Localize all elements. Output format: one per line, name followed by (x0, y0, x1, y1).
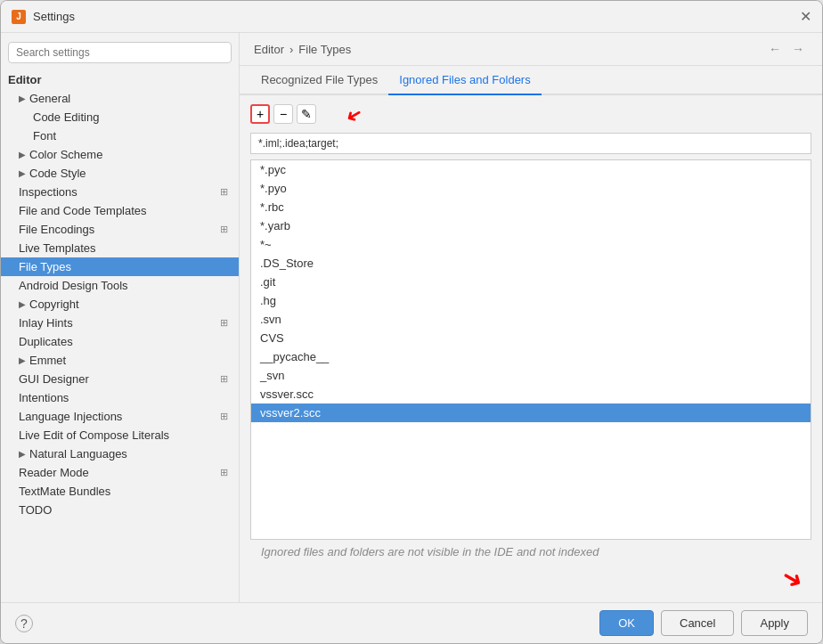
sidebar-item-language-injections[interactable]: Language Injections ⊞ (1, 407, 239, 426)
sidebar-item-inspections[interactable]: Inspections ⊞ (1, 183, 239, 201)
sidebar-item-file-types[interactable]: File Types (1, 257, 239, 276)
sidebar-item-code-style[interactable]: ▶ Code Style (1, 164, 239, 183)
file-item[interactable]: __pycache__ (251, 347, 811, 366)
search-box (8, 42, 232, 63)
remove-button[interactable]: − (273, 104, 293, 124)
sidebar-item-inlay-hints[interactable]: Inlay Hints ⊞ (1, 314, 239, 332)
close-button[interactable]: ✕ (800, 8, 811, 25)
sidebar-section-editor: Editor ▶ General Code Editing Font ▶ (1, 69, 239, 521)
lang-inject-indicator: ⊞ (220, 411, 228, 422)
inspections-label: Inspections (19, 185, 77, 199)
sidebar-item-general[interactable]: ▶ General (1, 89, 239, 108)
sidebar-item-todo[interactable]: TODO (1, 501, 239, 519)
title-bar: J Settings ✕ (1, 1, 822, 33)
ignored-pattern-input[interactable] (250, 133, 811, 154)
file-item[interactable]: .DS_Store (251, 254, 811, 273)
general-label: General (29, 92, 70, 105)
toolbar: + − ✎ ➜ (250, 104, 811, 127)
app-icon: J (12, 10, 26, 24)
file-encodings-label: File Encodings (19, 223, 94, 236)
sidebar: Editor ▶ General Code Editing Font ▶ (1, 33, 240, 602)
annotation-arrow-2: ➜ (776, 560, 808, 596)
nav-forward-button[interactable]: → (788, 40, 808, 58)
sidebar-item-color-scheme[interactable]: ▶ Color Scheme (1, 145, 239, 164)
sidebar-item-textmate[interactable]: TextMate Bundles (1, 482, 239, 501)
file-code-templates-label: File and Code Templates (19, 204, 147, 217)
tab-recognized-file-types[interactable]: Recognized File Types (250, 66, 388, 95)
sidebar-item-code-editing[interactable]: Code Editing (1, 108, 239, 126)
settings-dialog: J Settings ✕ Editor ▶ General (0, 0, 823, 644)
tab-recognized-label: Recognized File Types (261, 73, 378, 86)
sidebar-item-copyright[interactable]: ▶ Copyright (1, 295, 239, 314)
inlay-indicator: ⊞ (220, 317, 228, 329)
gui-indicator: ⊞ (220, 373, 228, 385)
breadcrumb-separator: › (289, 43, 293, 56)
sidebar-item-intentions[interactable]: Intentions (1, 388, 239, 407)
todo-label: TODO (19, 503, 52, 517)
sidebar-item-gui-designer[interactable]: GUI Designer ⊞ (1, 370, 239, 388)
tabs-bar: Recognized File Types Ignored Files and … (240, 66, 822, 95)
apply-button[interactable]: Apply (741, 610, 808, 636)
dialog-footer: ? OK Cancel Apply (1, 602, 822, 643)
file-item[interactable]: .git (251, 273, 811, 291)
file-item[interactable]: *.pyo (251, 179, 811, 198)
help-button[interactable]: ? (15, 615, 33, 632)
code-editing-label: Code Editing (33, 110, 99, 124)
tab-ignored-label: Ignored Files and Folders (399, 73, 530, 86)
file-item[interactable]: vssver.scc (251, 385, 811, 404)
file-item[interactable]: *.pyc (251, 160, 811, 179)
encodings-indicator: ⊞ (220, 224, 228, 235)
copyright-label: Copyright (29, 298, 79, 311)
main-content: Editor › File Types ← → Recognized File … (240, 33, 822, 602)
sidebar-item-live-edit[interactable]: Live Edit of Compose Literals (1, 426, 239, 444)
breadcrumb-current: File Types (298, 43, 351, 56)
ok-button[interactable]: OK (599, 610, 654, 636)
file-item[interactable]: .svn (251, 310, 811, 329)
textmate-label: TextMate Bundles (19, 485, 110, 498)
breadcrumb-nav: ← → (765, 40, 808, 58)
font-label: Font (33, 129, 56, 143)
sidebar-item-duplicates[interactable]: Duplicates (1, 332, 239, 351)
file-item[interactable]: *.yarb (251, 216, 811, 235)
language-injections-label: Language Injections (19, 410, 122, 423)
panel-ignored: + − ✎ ➜ *.pyc*.pyo*.rbc*.yarb*~.DS_Store… (240, 95, 822, 602)
expand-arrow-emmet: ▶ (19, 355, 26, 365)
file-item[interactable]: *.rbc (251, 198, 811, 216)
annotation-area: ➜ (250, 564, 811, 593)
gui-designer-label: GUI Designer (19, 372, 89, 386)
sidebar-item-reader-mode[interactable]: Reader Mode ⊞ (1, 463, 239, 482)
file-item[interactable]: CVS (251, 329, 811, 347)
sidebar-item-natural-languages[interactable]: ▶ Natural Languages (1, 444, 239, 463)
sidebar-item-editor[interactable]: Editor (1, 70, 239, 89)
status-bar: Ignored files and folders are not visibl… (250, 540, 811, 564)
sidebar-item-file-encodings[interactable]: File Encodings ⊞ (1, 220, 239, 239)
code-style-label: Code Style (29, 167, 86, 180)
reader-indicator: ⊞ (220, 467, 228, 478)
file-item[interactable]: .hg (251, 291, 811, 310)
input-row (250, 133, 811, 154)
cancel-button[interactable]: Cancel (661, 610, 734, 636)
add-button[interactable]: + (250, 104, 270, 124)
file-item[interactable]: _svn (251, 366, 811, 385)
sidebar-item-android-design[interactable]: Android Design Tools (1, 276, 239, 295)
sidebar-item-file-code-templates[interactable]: File and Code Templates (1, 201, 239, 220)
sidebar-item-emmet[interactable]: ▶ Emmet (1, 351, 239, 370)
file-item[interactable]: *~ (251, 235, 811, 254)
file-item[interactable]: vssver2.scc (251, 404, 811, 422)
sidebar-item-font[interactable]: Font (1, 126, 239, 145)
editor-label: Editor (8, 73, 42, 86)
expand-arrow-codestyle: ▶ (19, 168, 26, 178)
annotation-arrow-1: ➜ (342, 102, 368, 130)
nav-back-button[interactable]: ← (765, 40, 785, 58)
tab-ignored-files[interactable]: Ignored Files and Folders (388, 66, 541, 95)
emmet-label: Emmet (29, 354, 66, 367)
duplicates-label: Duplicates (19, 335, 73, 348)
sidebar-item-live-templates[interactable]: Live Templates (1, 239, 239, 257)
search-input[interactable] (8, 42, 232, 63)
expand-arrow-general: ▶ (19, 94, 26, 103)
edit-button[interactable]: ✎ (297, 104, 316, 124)
natural-languages-label: Natural Languages (29, 447, 127, 461)
expand-arrow-natural: ▶ (19, 449, 26, 459)
color-scheme-label: Color Scheme (29, 148, 102, 161)
inlay-hints-label: Inlay Hints (19, 316, 73, 330)
